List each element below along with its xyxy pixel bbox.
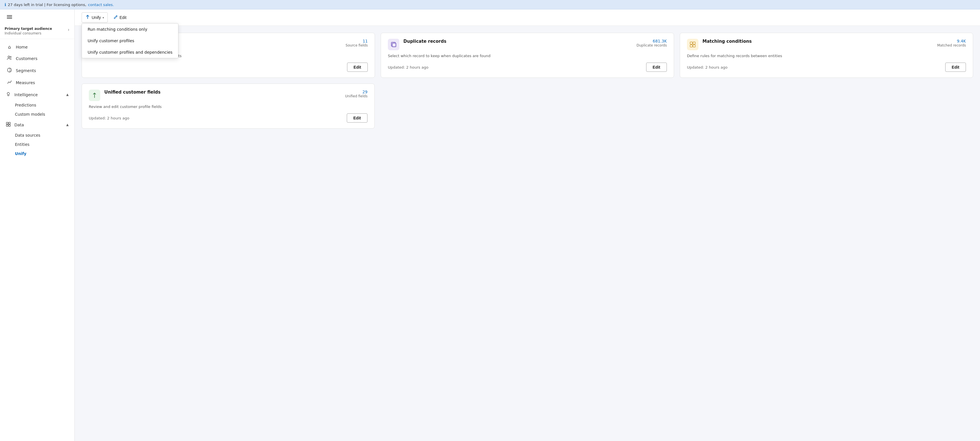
sidebar-item-customers-label: Customers	[16, 56, 37, 61]
cards-area: Source fields 11 Source fields Define th…	[75, 26, 980, 135]
matching-conditions-desc: Define rules for matching records betwee…	[687, 54, 966, 58]
duplicate-records-count: 681.3K	[636, 39, 667, 43]
sidebar-item-home[interactable]: ⌂ Home	[0, 41, 75, 52]
duplicate-records-edit-button[interactable]: Edit	[646, 63, 667, 72]
matching-conditions-icon	[687, 39, 698, 50]
contact-sales-link[interactable]: contact sales.	[88, 3, 114, 7]
svg-point-3	[7, 92, 10, 95]
matching-conditions-title: Matching conditions	[702, 39, 933, 44]
svg-point-0	[8, 56, 10, 58]
intelligence-icon	[6, 92, 11, 98]
measures-icon	[6, 79, 12, 86]
matching-conditions-footer: Updated: 2 hours ago Edit	[687, 63, 966, 72]
sidebar-item-predictions-label: Predictions	[15, 103, 36, 107]
sidebar-item-intelligence-label: Intelligence	[14, 92, 38, 97]
duplicate-records-footer: Updated: 2 hours ago Edit	[388, 63, 667, 72]
unified-customer-fields-card: Unified customer fields 29 Unified field…	[81, 84, 375, 128]
toolbar: Unify ▾ Edit Run matching conditions onl…	[75, 10, 980, 26]
dropdown-item-unify-profiles-deps[interactable]: Unify customer profiles and dependencies	[82, 46, 178, 58]
sidebar-item-unify[interactable]: Unify	[0, 149, 75, 158]
edit-button-label: Edit	[119, 15, 126, 20]
unify-dropdown-menu: Run matching conditions only Unify custo…	[81, 23, 178, 58]
home-icon: ⌂	[6, 44, 12, 50]
secondary-audience-label: Individual consumers	[5, 31, 52, 35]
sidebar-expand-button[interactable]: ›	[67, 27, 70, 32]
info-icon: ℹ	[5, 2, 6, 7]
svg-rect-5	[9, 122, 10, 124]
svg-rect-12	[392, 43, 396, 47]
unified-fields-updated: Updated: 2 hours ago	[89, 116, 129, 120]
hamburger-button[interactable]	[2, 12, 17, 22]
sidebar-item-data-sources[interactable]: Data sources	[0, 131, 75, 140]
source-fields-count-label: Source fields	[346, 43, 368, 48]
matching-conditions-updated: Updated: 2 hours ago	[687, 65, 727, 70]
sidebar-nav: ⌂ Home Customers	[0, 39, 75, 441]
svg-point-2	[8, 68, 11, 72]
svg-point-1	[10, 56, 11, 57]
sidebar-item-customers[interactable]: Customers	[0, 52, 75, 65]
svg-rect-17	[693, 45, 695, 47]
svg-rect-16	[690, 45, 692, 47]
sidebar-item-segments[interactable]: Segments	[0, 65, 75, 77]
svg-rect-7	[9, 125, 10, 126]
unify-button-icon	[85, 15, 90, 21]
duplicate-records-icon	[388, 39, 399, 50]
customers-icon	[6, 56, 12, 62]
sidebar-item-unify-label: Unify	[15, 151, 26, 156]
segments-icon	[6, 67, 12, 74]
sidebar-item-custom-models[interactable]: Custom models	[0, 109, 75, 119]
data-icon	[6, 122, 11, 128]
sidebar-item-data[interactable]: Data ▲	[0, 119, 75, 131]
unified-fields-edit-button[interactable]: Edit	[347, 113, 368, 122]
duplicate-records-updated: Updated: 2 hours ago	[388, 65, 428, 70]
unified-fields-desc: Review and edit customer profile fields	[89, 105, 368, 109]
intelligence-chevron-icon: ▲	[66, 93, 68, 97]
unified-fields-title: Unified customer fields	[104, 90, 341, 95]
sidebar-item-entities-label: Entities	[15, 142, 30, 147]
edit-pencil-icon	[113, 15, 118, 20]
matching-conditions-count: 9.4K	[937, 39, 966, 43]
duplicate-records-count-label: Duplicate records	[636, 43, 667, 48]
main-content: Unify ▾ Edit Run matching conditions onl…	[75, 10, 980, 441]
edit-button[interactable]: Edit	[110, 13, 130, 22]
duplicate-records-desc: Select which record to keep when duplica…	[388, 54, 667, 58]
svg-rect-6	[6, 125, 8, 126]
cards-row-2: Unified customer fields 29 Unified field…	[81, 84, 375, 128]
unified-fields-count: 29	[345, 90, 368, 94]
banner-text: 27 days left in trial | For licensing op…	[8, 3, 86, 7]
unified-fields-icon	[89, 90, 100, 101]
sidebar-item-intelligence[interactable]: Intelligence ▲	[0, 89, 75, 100]
sidebar-item-entities[interactable]: Entities	[0, 140, 75, 149]
matching-conditions-edit-button[interactable]: Edit	[945, 63, 966, 72]
sidebar-item-predictions[interactable]: Predictions	[0, 100, 75, 109]
sidebar-item-data-sources-label: Data sources	[15, 133, 40, 138]
sidebar-item-segments-label: Segments	[16, 68, 36, 73]
source-fields-count: 11	[346, 39, 368, 43]
primary-audience-label: Primary target audience	[5, 27, 52, 31]
unify-chevron-icon: ▾	[103, 16, 104, 19]
data-chevron-icon: ▲	[66, 123, 68, 127]
svg-rect-14	[690, 42, 692, 44]
sidebar-header: Primary target audience Individual consu…	[0, 22, 75, 39]
sidebar-item-home-label: Home	[16, 45, 27, 49]
source-fields-footer: Edit	[89, 63, 368, 72]
sidebar-item-measures-label: Measures	[16, 80, 35, 85]
unified-fields-footer: Updated: 2 hours ago Edit	[89, 113, 368, 122]
unify-button-label: Unify	[92, 15, 101, 20]
dropdown-item-unify-profiles[interactable]: Unify customer profiles	[82, 35, 178, 46]
sidebar-item-data-label: Data	[14, 122, 24, 127]
unified-fields-count-label: Unified fields	[345, 94, 368, 98]
duplicate-records-card: Duplicate records 681.3K Duplicate recor…	[381, 33, 674, 78]
svg-rect-15	[693, 42, 695, 44]
sidebar-item-measures[interactable]: Measures	[0, 77, 75, 89]
duplicate-records-title: Duplicate records	[403, 39, 632, 44]
dropdown-item-run-matching[interactable]: Run matching conditions only	[82, 24, 178, 35]
matching-conditions-card: Matching conditions 9.4K Matched records…	[680, 33, 973, 78]
trial-banner: ℹ 27 days left in trial | For licensing …	[0, 0, 980, 10]
source-fields-edit-button[interactable]: Edit	[347, 63, 368, 72]
unify-dropdown-button[interactable]: Unify ▾	[81, 12, 108, 23]
sidebar-item-custom-models-label: Custom models	[15, 112, 45, 117]
svg-rect-4	[6, 122, 8, 124]
sidebar: Primary target audience Individual consu…	[0, 10, 75, 441]
cards-row-1: Source fields 11 Source fields Define th…	[81, 33, 973, 78]
